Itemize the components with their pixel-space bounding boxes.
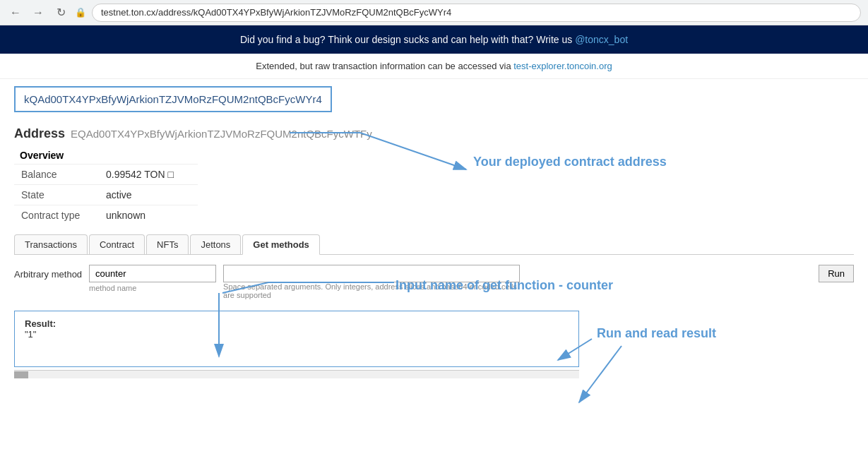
tab-get-methods[interactable]: Get methods xyxy=(242,234,319,255)
result-value: "1" xyxy=(25,329,569,340)
horizontal-scrollbar[interactable] xyxy=(14,370,579,378)
address-input-area: kQAd00TX4YPxBfyWjArkionTZJVMoRzFQUM2ntQB… xyxy=(14,86,332,112)
info-bar: Extended, but raw transaction informatio… xyxy=(0,54,868,79)
result-label: Result: xyxy=(25,318,569,329)
tab-jettons[interactable]: Jettons xyxy=(190,234,241,254)
tab-nfts[interactable]: NFTs xyxy=(146,234,189,254)
overview-section: Overview Balance0.99542 TON □Stateactive… xyxy=(14,147,854,225)
result-area: Result: "1" xyxy=(14,311,579,367)
top-banner: Did you find a bug? Think our design suc… xyxy=(0,25,868,54)
method-label: Arbitrary method xyxy=(14,265,82,280)
scrollbar-thumb[interactable] xyxy=(14,371,28,378)
method-inputs: method name xyxy=(89,265,216,292)
overview-row-value: unknown xyxy=(99,205,198,226)
back-button[interactable]: ← xyxy=(7,4,24,21)
overview-table: Balance0.99542 TON □StateactiveContract … xyxy=(14,164,198,225)
overview-row-value: 0.99542 TON □ xyxy=(99,164,198,185)
address-row: Address EQAd00TX4YPxBfyWjArkionTZJVMoRzF… xyxy=(14,126,854,141)
overview-row: Contract typeunknown xyxy=(14,205,198,226)
refresh-button[interactable]: ↻ xyxy=(52,4,69,21)
forward-button[interactable]: → xyxy=(30,4,47,21)
method-name-hint: method name xyxy=(89,284,216,292)
overview-row-label: State xyxy=(14,185,99,205)
overview-row-value: active xyxy=(99,185,198,205)
method-args-area: Space separated arguments. Only integers… xyxy=(223,265,811,299)
args-hint: Space separated arguments. Only integers… xyxy=(223,282,520,299)
address-value: EQAd00TX4YPxBfyWjArkionTZJVMoRzFQUM2ntQB… xyxy=(71,128,372,140)
overview-row-label: Contract type xyxy=(14,205,99,226)
banner-link[interactable]: @toncx_bot xyxy=(575,34,628,45)
overview-row: Balance0.99542 TON □ xyxy=(14,164,198,185)
address-label: Address xyxy=(14,126,65,141)
overview-title: Overview xyxy=(14,147,854,164)
method-args-input[interactable] xyxy=(223,265,520,282)
lock-icon: 🔒 xyxy=(75,7,86,18)
run-button[interactable]: Run xyxy=(819,265,854,282)
overview-row: Stateactive xyxy=(14,185,198,205)
info-bar-text: Extended, but raw transaction informatio… xyxy=(256,61,513,71)
tab-transactions[interactable]: Transactions xyxy=(14,234,88,254)
tab-contract[interactable]: Contract xyxy=(89,234,145,254)
url-bar[interactable] xyxy=(92,4,861,22)
browser-bar: ← → ↻ 🔒 xyxy=(0,0,868,25)
method-name-input[interactable] xyxy=(89,265,216,282)
overview-row-label: Balance xyxy=(14,164,99,185)
banner-text: Did you find a bug? Think our design suc… xyxy=(240,34,575,45)
method-row: Arbitrary method method name Space separ… xyxy=(14,265,854,299)
main-content: kQAd00TX4YPxBfyWjArkionTZJVMoRzFQUM2ntQB… xyxy=(0,79,868,385)
info-bar-link[interactable]: test-explorer.toncoin.org xyxy=(513,61,612,71)
address-input-box[interactable]: kQAd00TX4YPxBfyWjArkionTZJVMoRzFQUM2ntQB… xyxy=(14,86,332,112)
tabs-row: TransactionsContractNFTsJettonsGet metho… xyxy=(14,234,854,255)
